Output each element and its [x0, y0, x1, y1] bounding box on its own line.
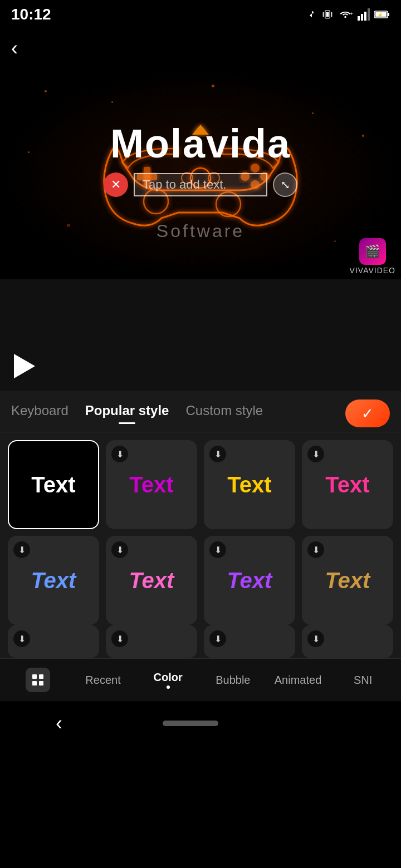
svg-rect-9	[368, 8, 370, 21]
svg-rect-29	[39, 681, 43, 685]
download-icon-6: ⬇	[111, 541, 128, 558]
resize-button[interactable]: ⤡	[273, 172, 297, 197]
category-animated-label: Animated	[275, 674, 322, 687]
svg-rect-3	[331, 12, 332, 17]
category-recent-label: Recent	[85, 674, 120, 687]
svg-rect-1	[326, 12, 329, 17]
bottom-nav: ‹	[0, 701, 401, 746]
category-all[interactable]	[6, 663, 71, 697]
download-icon-10: ⬇	[111, 630, 128, 647]
watermark: 🎬 VIVAVIDEO	[350, 238, 395, 275]
style-item-8[interactable]: ⬇ Text	[302, 536, 393, 625]
bluetooth-icon	[306, 8, 317, 21]
style-item-4[interactable]: ⬇ Text	[302, 440, 393, 529]
delete-text-button[interactable]: ✕	[104, 172, 128, 197]
style-text-8: Text	[325, 568, 370, 593]
particle	[28, 151, 30, 153]
style-item-2[interactable]: ⬇ Text	[106, 440, 197, 529]
category-bubble[interactable]: Bubble	[200, 669, 266, 691]
style-item-1[interactable]: Text	[8, 440, 99, 529]
tab-bar: Keyboard Popular style Custom style ✓	[0, 391, 401, 432]
style-item-7[interactable]: ⬇ Text	[204, 536, 295, 625]
home-indicator[interactable]	[163, 721, 218, 726]
battery-icon: ⚡	[374, 9, 390, 19]
video-title: Molavida	[110, 121, 291, 166]
category-color-label: Color	[154, 671, 183, 689]
top-nav: ‹	[0, 29, 401, 68]
style-item-12[interactable]: ⬇	[302, 625, 393, 658]
download-icon-4: ⬇	[307, 446, 324, 462]
status-time: 10:12	[11, 6, 51, 23]
category-sni[interactable]: SNI	[330, 669, 395, 691]
svg-point-4	[344, 16, 346, 18]
style-item-5[interactable]: ⬇ Text	[8, 536, 99, 625]
svg-rect-27	[39, 674, 43, 679]
svg-text:⚡: ⚡	[377, 12, 384, 18]
particle	[45, 90, 47, 92]
tab-custom-style[interactable]: Custom style	[185, 403, 263, 424]
partial-row: ⬇ ⬇ ⬇ ⬇	[0, 625, 401, 658]
tab-keyboard[interactable]: Keyboard	[11, 403, 69, 424]
style-item-6[interactable]: ⬇ Text	[106, 536, 197, 625]
system-back-button[interactable]: ‹	[56, 712, 62, 735]
style-text-2: Text	[129, 472, 173, 497]
category-recent[interactable]: Recent	[71, 669, 136, 691]
text-input-overlay: ✕ Tap to add text. ⤡	[104, 172, 297, 197]
watermark-label: VIVAVIDEO	[350, 266, 395, 275]
style-item-11[interactable]: ⬇	[204, 625, 295, 658]
text-input-field[interactable]: Tap to add text.	[134, 173, 267, 196]
style-text-5: Text	[31, 568, 76, 593]
style-item-9[interactable]: ⬇	[8, 625, 99, 658]
confirm-button[interactable]: ✓	[345, 400, 390, 427]
vibrate-icon	[322, 8, 333, 21]
style-text-1: Text	[31, 472, 75, 497]
style-item-3[interactable]: ⬇ Text	[204, 440, 295, 529]
download-icon-2: ⬇	[111, 446, 128, 462]
svg-rect-6	[358, 16, 360, 21]
category-bar: Recent Color Bubble Animated SNI	[0, 658, 401, 701]
download-icon-5: ⬇	[13, 541, 30, 558]
download-icon-3: ⬇	[209, 446, 226, 462]
style-item-10[interactable]: ⬇	[106, 625, 197, 658]
style-text-3: Text	[227, 472, 271, 497]
watermark-icon: 🎬	[359, 238, 386, 265]
style-text-4: Text	[325, 472, 369, 497]
style-grid: Text ⬇ Text ⬇ Text ⬇ Text ⬇ Text ⬇ Text …	[0, 432, 401, 625]
svg-rect-7	[361, 14, 363, 21]
playback-area	[0, 279, 401, 391]
play-button[interactable]	[11, 353, 38, 379]
tab-popular-style[interactable]: Popular style	[85, 403, 169, 424]
svg-rect-2	[323, 12, 324, 17]
category-all-icon	[26, 668, 50, 692]
back-button[interactable]: ‹	[11, 37, 18, 60]
category-animated[interactable]: Animated	[266, 669, 331, 691]
svg-rect-28	[32, 681, 37, 685]
download-icon-12: ⬇	[307, 630, 324, 647]
download-icon-9: ⬇	[13, 630, 30, 647]
category-color[interactable]: Color	[135, 667, 200, 693]
download-icon-7: ⬇	[209, 541, 226, 558]
signal-icon	[358, 8, 370, 21]
category-bubble-label: Bubble	[216, 674, 250, 687]
charging-wifi-icon: +	[338, 8, 353, 21]
status-bar: 10:12 + ⚡	[0, 0, 401, 29]
particle	[362, 135, 364, 137]
particle	[212, 85, 214, 87]
software-text: Software	[157, 221, 244, 241]
status-icons: + ⚡	[306, 8, 390, 21]
particle	[334, 240, 336, 242]
download-icon-11: ⬇	[209, 630, 226, 647]
svg-rect-26	[32, 674, 37, 679]
category-sni-label: SNI	[354, 674, 372, 687]
svg-rect-8	[364, 12, 366, 21]
style-text-6: Text	[129, 568, 174, 593]
play-triangle-icon	[14, 354, 35, 378]
svg-text:+: +	[350, 11, 353, 17]
download-icon-8: ⬇	[307, 541, 324, 558]
style-text-7: Text	[227, 568, 272, 593]
svg-rect-11	[388, 13, 389, 16]
video-preview: Molavida ✕ Tap to add text. ⤡ Software 🎬…	[0, 68, 401, 279]
